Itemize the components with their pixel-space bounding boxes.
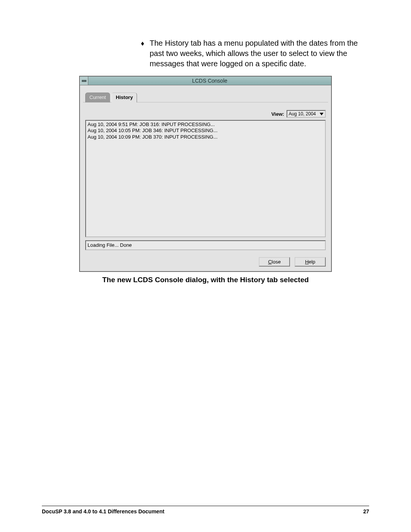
page-footer: DocuSP 3.8 and 4.0 to 4.1 Differences Do… [42,506,369,514]
tab-history[interactable]: History [112,93,137,102]
bullet-diamond-icon: ♦ [141,38,144,69]
tab-current[interactable]: Current [85,93,110,102]
system-menu-button[interactable] [80,77,88,85]
log-line: Aug 10, 2004 9:51 PM: JOB 316: INPUT PRO… [88,121,323,128]
close-button[interactable]: Close [259,257,290,267]
view-date-selected: Aug 10, 2004 [289,111,316,117]
lcds-console-window: LCDS Console Current History View: Aug 1… [79,76,332,272]
footer-page-number: 27 [363,508,369,514]
log-line: Aug 10, 2004 10:09 PM: JOB 370: INPUT PR… [88,134,323,140]
window-titlebar: LCDS Console [80,77,331,85]
view-label: View: [271,111,284,117]
bullet-paragraph: ♦ The History tab has a menu populated w… [141,38,369,69]
bullet-text: The History tab has a menu populated wit… [150,38,369,69]
status-bar: Loading File... Done [85,240,326,250]
tabstrip: Current History [85,92,328,102]
window-title: LCDS Console [88,77,331,85]
log-output[interactable]: Aug 10, 2004 9:51 PM: JOB 316: INPUT PRO… [85,120,326,237]
help-button[interactable]: Help [295,257,326,267]
dash-icon [82,80,86,82]
view-date-dropdown[interactable]: Aug 10, 2004 [287,110,326,118]
log-line: Aug 10, 2004 10:05 PM: JOB 346: INPUT PR… [88,128,323,134]
footer-left: DocuSP 3.8 and 4.0 to 4.1 Differences Do… [42,508,164,514]
chevron-down-icon [320,113,323,115]
figure-caption: The new LCDS Console dialog, with the Hi… [42,276,369,284]
